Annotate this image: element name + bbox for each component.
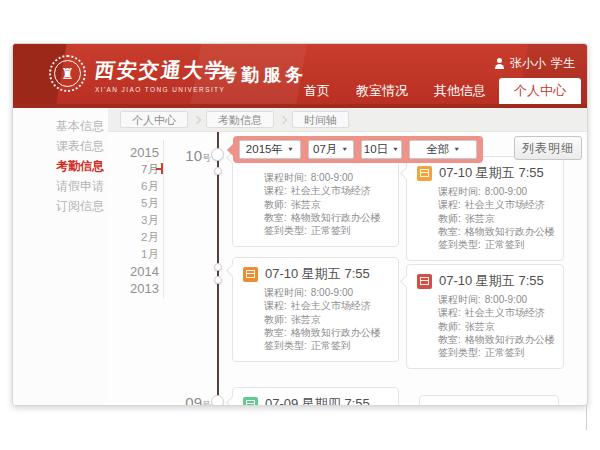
day-dropdown[interactable]: 10日▼ xyxy=(361,140,403,159)
field-course: 课程:社会主义市场经济 xyxy=(264,184,390,197)
field-course-time: 课程时间:8:00-9:00 xyxy=(438,293,555,306)
page-background: ♜ 西安交通大学 XI'AN JIAO TONG UNIVERSITY 考勤服务… xyxy=(0,0,600,450)
timeline-nav-divider xyxy=(163,140,164,298)
breadcrumb-timeline[interactable]: 时间轴 xyxy=(292,111,349,128)
year-dropdown[interactable]: 2015年▼ xyxy=(239,140,301,159)
timeline-year-2013[interactable]: 2013 xyxy=(108,280,159,297)
user-name: 张小小 xyxy=(510,55,546,72)
breadcrumb: 个人中心 考勤信息 时间轴 xyxy=(108,108,588,132)
field-classroom: 教室:格物致知行政办公楼 xyxy=(438,225,555,238)
field-teacher: 教师:张芸京 xyxy=(438,212,555,225)
field-course: 课程:社会主义市场经济 xyxy=(438,198,555,211)
card-title: 07-10 星期五 7:55 xyxy=(439,164,544,182)
chevron-down-icon: ▼ xyxy=(392,147,399,153)
nav-tab-other-info[interactable]: 其他信息 xyxy=(421,78,499,104)
sidebar-item-attendance-info[interactable]: 考勤信息 xyxy=(13,156,108,176)
university-name-en: XI'AN JIAO TONG UNIVERSITY xyxy=(95,86,227,93)
app-window: ♜ 西安交通大学 XI'AN JIAO TONG UNIVERSITY 考勤服务… xyxy=(12,43,588,406)
user-role: 学生 xyxy=(551,55,575,72)
timeline-node xyxy=(211,148,224,161)
university-logo-icon: ♜ xyxy=(49,55,86,92)
calendar-green-icon xyxy=(243,397,258,407)
calendar-orange-icon xyxy=(243,267,258,282)
month-dropdown[interactable]: 07月▼ xyxy=(308,140,354,159)
field-course-time: 课程时间:8:00-9:00 xyxy=(264,286,390,299)
field-course-time: 课程时间:8:00-9:00 xyxy=(438,185,555,198)
main-nav: 首页 教室情况 其他信息 个人中心 xyxy=(291,78,581,104)
timeline-node xyxy=(211,395,224,406)
field-sign-type: 签到类型:正常签到 xyxy=(438,346,555,359)
chevron-right-icon xyxy=(279,115,287,123)
timeline-month-5[interactable]: 5月 xyxy=(108,195,159,212)
field-classroom: 教室:格物致知行政办公楼 xyxy=(264,211,390,224)
field-sign-type: 签到类型:正常签到 xyxy=(264,224,390,237)
field-classroom: 教室:格物致知行政办公楼 xyxy=(438,333,555,346)
timeline-node xyxy=(214,167,222,175)
attendance-card: 07-10 星期五 7:55 课程时间:8:00-9:00 课程:社会主义市场经… xyxy=(406,156,564,261)
field-sign-type: 签到类型:正常签到 xyxy=(264,339,390,352)
breadcrumb-attendance-info[interactable]: 考勤信息 xyxy=(206,111,274,128)
timeline-month-6[interactable]: 6月 xyxy=(108,178,159,195)
logo-emblem: ♜ xyxy=(54,60,81,87)
university-name-zh: 西安交通大学 xyxy=(93,57,229,84)
attendance-card: 07-10 星期五 7:55 课程时间:8:00-9:00 课程:社会主义市场经… xyxy=(406,264,564,369)
field-teacher: 教师:张芸京 xyxy=(264,198,390,211)
scope-dropdown[interactable]: 全部▼ xyxy=(409,140,477,159)
timeline-month-3[interactable]: 3月 xyxy=(108,212,159,229)
nav-tab-personal-center[interactable]: 个人中心 xyxy=(499,78,581,104)
field-sign-type: 签到类型:正常签到 xyxy=(438,238,555,251)
university-name: 西安交通大学 XI'AN JIAO TONG UNIVERSITY xyxy=(95,57,227,93)
chevron-right-icon xyxy=(193,115,201,123)
timeline-year-2015[interactable]: 2015 xyxy=(108,144,159,161)
sidebar-item-basic-info[interactable]: 基本信息 xyxy=(13,116,108,136)
card-title: 07-10 星期五 7:55 xyxy=(265,265,370,283)
field-course: 课程:社会主义市场经济 xyxy=(264,299,390,312)
chevron-down-icon: ▼ xyxy=(453,147,460,153)
timeline-node xyxy=(214,263,222,271)
user-info[interactable]: 张小小 学生 xyxy=(494,55,575,72)
person-icon xyxy=(494,58,505,69)
timeline-node xyxy=(214,276,222,284)
card-title: 07-10 星期五 7:55 xyxy=(439,272,544,290)
pagoda-icon: ♜ xyxy=(61,66,74,81)
timeline-month-2[interactable]: 2月 xyxy=(108,229,159,246)
sidebar: 基本信息 课表信息 考勤信息 请假申请 订阅信息 xyxy=(13,108,108,406)
filter-bar: 2015年▼ 07月▼ 10日▼ 全部▼ xyxy=(233,136,483,163)
active-month-tick xyxy=(161,163,163,174)
calendar-red-icon xyxy=(417,274,432,289)
field-teacher: 教师:张芸京 xyxy=(264,313,390,326)
attendance-card: 07-10 星期五 7:55 课程时间:8:00-9:00 课程:社会主义市场经… xyxy=(232,257,399,362)
timeline-nav: 2015 7月 6月 5月 3月 2月 1月 2014 2013 xyxy=(108,144,159,297)
chevron-down-icon: ▼ xyxy=(287,147,294,153)
calendar-orange-icon xyxy=(417,166,432,181)
field-course: 课程:社会主义市场经济 xyxy=(438,306,555,319)
timeline-year-2014[interactable]: 2014 xyxy=(108,263,159,280)
field-classroom: 教室:格物致知行政办公楼 xyxy=(264,326,390,339)
list-detail-button[interactable]: 列表明细 xyxy=(514,136,582,160)
timeline-month-1[interactable]: 1月 xyxy=(108,246,159,263)
sidebar-item-leave-request[interactable]: 请假申请 xyxy=(13,176,108,196)
breadcrumb-personal-center[interactable]: 个人中心 xyxy=(120,111,188,128)
app-header: ♜ 西安交通大学 XI'AN JIAO TONG UNIVERSITY 考勤服务… xyxy=(13,44,588,104)
day-marker-10: 10号 xyxy=(175,147,211,165)
sidebar-item-schedule-info[interactable]: 课表信息 xyxy=(13,136,108,156)
field-teacher: 教师:张芸京 xyxy=(438,320,555,333)
attendance-card: 07-09 星期四 7:55 xyxy=(232,387,399,406)
window-edge-artifact xyxy=(586,404,587,430)
chevron-down-icon: ▼ xyxy=(341,147,348,153)
day-marker-09: 09号 xyxy=(175,394,211,406)
nav-tab-home[interactable]: 首页 xyxy=(291,78,343,104)
nav-tab-classroom-status[interactable]: 教室情况 xyxy=(343,78,421,104)
sidebar-item-subscription-info[interactable]: 订阅信息 xyxy=(13,196,108,216)
card-title: 07-09 星期四 7:55 xyxy=(265,395,370,406)
timeline-month-7[interactable]: 7月 xyxy=(108,161,159,178)
attendance-card xyxy=(419,395,559,406)
field-course-time: 课程时间:8:00-9:00 xyxy=(264,171,390,184)
